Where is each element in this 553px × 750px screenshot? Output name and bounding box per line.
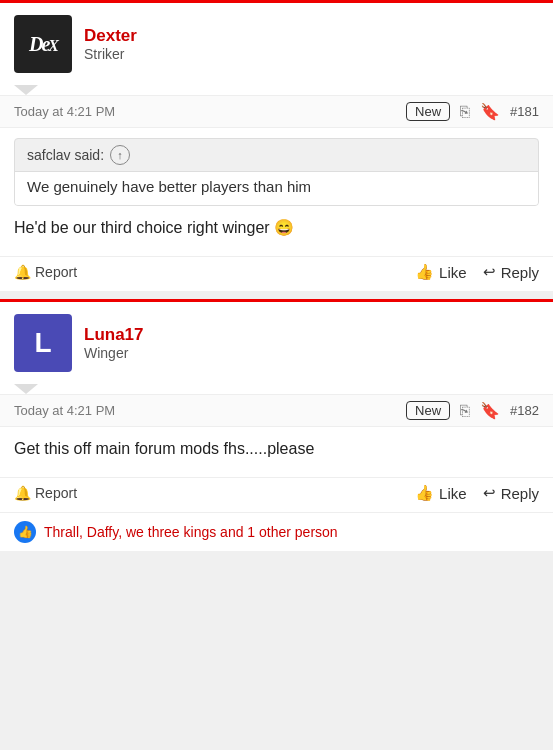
reply-label-181: Reply — [501, 264, 539, 281]
post-actions-182: 🔔 Report 👍 Like ↩ Reply — [0, 477, 553, 512]
share-icon-181[interactable]: ⎘ — [460, 103, 470, 121]
likes-footer-182[interactable]: 👍 Thrall, Daffy, we three kings and 1 ot… — [0, 512, 553, 551]
post-header-181: DeX Dexter Striker — [0, 3, 553, 85]
quote-up-icon-181[interactable]: ↑ — [110, 145, 130, 165]
report-button-182[interactable]: 🔔 Report — [14, 485, 77, 501]
post-header-182: L Luna17 Winger — [0, 302, 553, 384]
bookmark-icon-182[interactable]: 🔖 — [480, 401, 500, 420]
reply-button-182[interactable]: ↩ Reply — [483, 484, 539, 502]
post-time-182: Today at 4:21 PM — [14, 403, 406, 418]
reply-label-182: Reply — [501, 485, 539, 502]
user-role-dexter: Striker — [84, 46, 137, 62]
post-time-181: Today at 4:21 PM — [14, 104, 406, 119]
new-badge-182: New — [406, 401, 450, 420]
username-dexter[interactable]: Dexter — [84, 26, 137, 46]
post-actions-181: 🔔 Report 👍 Like ↩ Reply — [0, 256, 553, 291]
user-info-dexter: Dexter Striker — [84, 26, 137, 62]
report-label-181: Report — [35, 264, 77, 280]
quote-block-181: safclav said: ↑ We genuinely have better… — [14, 138, 539, 206]
like-button-181[interactable]: 👍 Like — [415, 263, 467, 281]
likes-text-182: Thrall, Daffy, we three kings and 1 othe… — [44, 524, 338, 540]
post-meta-181: Today at 4:21 PM New ⎘ 🔖 #181 — [0, 95, 553, 128]
quote-text-181: We genuinely have better players than hi… — [15, 171, 538, 205]
like-icon-182: 👍 — [415, 484, 434, 502]
reply-button-181[interactable]: ↩ Reply — [483, 263, 539, 281]
avatar-dex: DeX — [14, 15, 72, 73]
chevron-down-icon-182 — [14, 384, 38, 394]
new-badge-181: New — [406, 102, 450, 121]
report-label-182: Report — [35, 485, 77, 501]
like-icon-181: 👍 — [415, 263, 434, 281]
avatar-luna: L — [14, 314, 72, 372]
reply-icon-182: ↩ — [483, 484, 496, 502]
post-card-181: DeX Dexter Striker Today at 4:21 PM New … — [0, 0, 553, 291]
like-button-182[interactable]: 👍 Like — [415, 484, 467, 502]
reply-icon-181: ↩ — [483, 263, 496, 281]
report-icon-181: 🔔 — [14, 264, 31, 280]
post-number-182: #182 — [510, 403, 539, 418]
post-text-182: Get this off main forum mods fhs.....ple… — [14, 437, 539, 461]
quote-author-181: safclav said: — [27, 147, 104, 163]
post-number-181: #181 — [510, 104, 539, 119]
chevron-down-icon — [14, 85, 38, 95]
post-text-181: He'd be our third choice right winger 😄 — [14, 216, 539, 240]
bookmark-icon-181[interactable]: 🔖 — [480, 102, 500, 121]
user-role-luna: Winger — [84, 345, 144, 361]
avatar-letter-luna: L — [34, 327, 51, 359]
user-info-luna: Luna17 Winger — [84, 325, 144, 361]
post-body-181: safclav said: ↑ We genuinely have better… — [0, 128, 553, 256]
quote-header-181: safclav said: ↑ — [15, 139, 538, 171]
report-button-181[interactable]: 🔔 Report — [14, 264, 77, 280]
like-label-181: Like — [439, 264, 467, 281]
like-label-182: Like — [439, 485, 467, 502]
actions-right-181: 👍 Like ↩ Reply — [415, 263, 539, 281]
username-luna[interactable]: Luna17 — [84, 325, 144, 345]
actions-right-182: 👍 Like ↩ Reply — [415, 484, 539, 502]
post-body-182: Get this off main forum mods fhs.....ple… — [0, 427, 553, 477]
likes-thumbs-icon: 👍 — [14, 521, 36, 543]
post-meta-182: Today at 4:21 PM New ⎘ 🔖 #182 — [0, 394, 553, 427]
post-card-182: L Luna17 Winger Today at 4:21 PM New ⎘ 🔖… — [0, 299, 553, 551]
share-icon-182[interactable]: ⎘ — [460, 402, 470, 420]
report-icon-182: 🔔 — [14, 485, 31, 501]
